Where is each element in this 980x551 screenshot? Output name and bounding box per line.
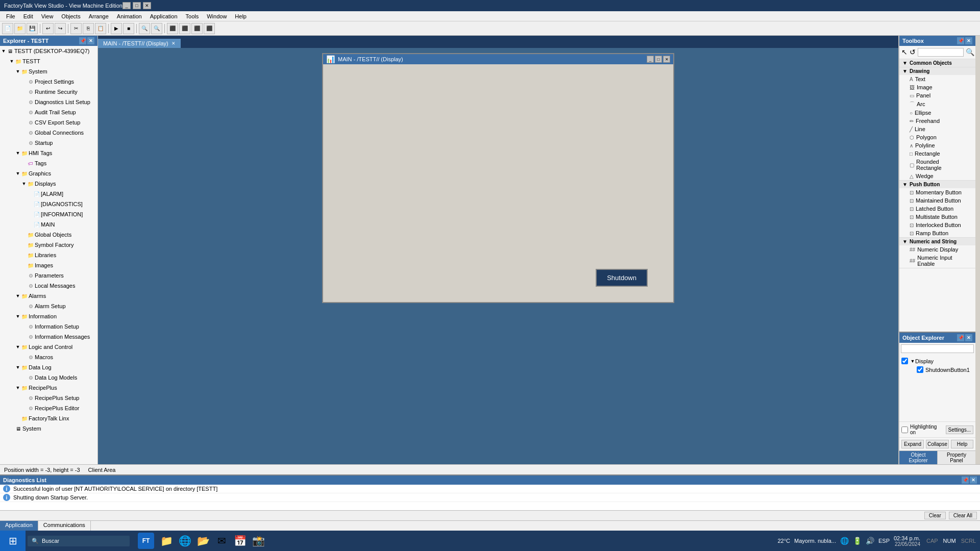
shutdown-button[interactable]: Shutdown xyxy=(596,269,648,287)
tb-open[interactable]: 📁 xyxy=(14,23,26,34)
expand-btn[interactable]: Expand xyxy=(901,440,924,448)
toolbox-item-numeric-input[interactable]: ## Numeric Input Enable xyxy=(899,254,975,268)
window-controls[interactable]: _ □ ✕ xyxy=(122,2,151,9)
diag-pin-btn[interactable]: 📌 xyxy=(962,477,969,484)
oe-tab-object-explorer[interactable]: Object Explorer xyxy=(899,451,938,464)
diag-close-btn[interactable]: ✕ xyxy=(970,477,977,484)
menu-view[interactable]: View xyxy=(37,12,58,20)
taskbar-app-photos[interactable]: 📸 xyxy=(250,533,266,549)
toolbox-item-numeric-display[interactable]: ## Numeric Display xyxy=(899,245,975,254)
menu-tools[interactable]: Tools xyxy=(182,12,203,20)
maximize-btn[interactable]: □ xyxy=(133,2,141,9)
tb-copy[interactable]: ⎘ xyxy=(83,23,94,34)
tree-system-bottom[interactable]: 🖥 System xyxy=(0,423,97,434)
tree-graphics[interactable]: ▼ 📁 Graphics xyxy=(0,168,97,179)
tree-ft-linx[interactable]: 📁 FactoryTalk Linx xyxy=(0,413,97,423)
expand-recipe[interactable]: ▼ xyxy=(15,385,20,390)
main-tab-close[interactable]: ✕ xyxy=(172,41,176,46)
tree-global-objects[interactable]: 📁 Global Objects xyxy=(0,230,97,240)
volume-icon[interactable]: 🔊 xyxy=(866,537,874,545)
expand-graphics[interactable]: ▼ xyxy=(15,171,20,176)
menu-edit[interactable]: Edit xyxy=(19,12,37,20)
toolbox-item-maintained-btn[interactable]: ⊡ Maintained Button xyxy=(899,196,975,205)
main-tab[interactable]: MAIN - /TESTT// (Display) ✕ xyxy=(98,39,181,48)
tree-alarm-setup[interactable]: ⚙ Alarm Setup xyxy=(0,301,97,311)
obj-exp-pin-btn[interactable]: 📌 xyxy=(957,334,964,341)
clear-all-btn[interactable]: Clear All xyxy=(949,512,977,519)
oe-display-checkbox[interactable] xyxy=(901,358,908,364)
highlight-checkbox[interactable] xyxy=(901,427,908,433)
toolbox-item-line[interactable]: ╱ Line xyxy=(899,125,975,133)
collapse-btn[interactable]: Collapse xyxy=(926,440,949,448)
menu-window[interactable]: Window xyxy=(203,12,231,20)
toolbox-drawing-header[interactable]: ▼ Drawing xyxy=(899,67,975,75)
toolbox-numeric-header[interactable]: ▼ Numeric and String xyxy=(899,238,975,245)
tree-data-log[interactable]: ▼ 📁 Data Log xyxy=(0,362,97,372)
toolbox-refresh-icon[interactable]: ↺ xyxy=(910,48,916,57)
clock-area[interactable]: 02:34 p.m. 22/05/2024 xyxy=(894,535,920,547)
toolbox-item-ellipse[interactable]: ○ Ellipse xyxy=(899,109,975,117)
menu-file[interactable]: File xyxy=(2,12,19,20)
expand-logic[interactable]: ▼ xyxy=(15,344,20,349)
toolbox-item-image[interactable]: 🖼 Image xyxy=(899,83,975,91)
minimize-btn[interactable]: _ xyxy=(122,2,131,9)
expand-root[interactable]: ▼ xyxy=(1,48,6,54)
tree-recipeplus[interactable]: ▼ 📁 RecipePlus xyxy=(0,383,97,393)
tree-alarm-display[interactable]: 📄 [ALARM] xyxy=(0,189,97,199)
toolbox-item-polygon[interactable]: ⬡ Polygon xyxy=(899,133,975,141)
tree-parameters[interactable]: ⚙ Parameters xyxy=(0,270,97,281)
toolbox-item-multistate-btn[interactable]: ⊡ Multistate Button xyxy=(899,213,975,221)
tree-runtime-security[interactable]: ⚙ Runtime Security xyxy=(0,87,97,97)
tree-hmi-tags[interactable]: ▼ 📁 HMI Tags xyxy=(0,148,97,158)
diag-tab-communications[interactable]: Communications xyxy=(38,521,91,531)
taskbar-app-files[interactable]: 📂 xyxy=(195,533,211,549)
tree-images[interactable]: 📁 Images xyxy=(0,260,97,270)
toolbox-item-latched-btn[interactable]: ⊡ Latched Button xyxy=(899,205,975,213)
tb-undo[interactable]: ↩ xyxy=(42,23,54,34)
taskbar-app-explorer[interactable]: 📁 xyxy=(158,533,175,549)
toolbox-arrow-icon[interactable]: ↖ xyxy=(901,48,908,57)
toolbox-search-icon[interactable]: 🔍 xyxy=(966,48,974,57)
tree-global-connections[interactable]: ⚙ Global Connections xyxy=(0,128,97,138)
tree-info-display[interactable]: 📄 [INFORMATION] xyxy=(0,209,97,219)
taskbar-app-edge[interactable]: 🌐 xyxy=(177,533,193,549)
expand-alarms[interactable]: ▼ xyxy=(15,293,20,298)
display-close-btn[interactable]: ✕ xyxy=(663,56,670,63)
tree-info-setup[interactable]: ⚙ Information Setup xyxy=(0,321,97,332)
tree-datalog-models[interactable]: ⚙ Data Log Models xyxy=(0,372,97,383)
settings-btn[interactable]: Settings... xyxy=(946,425,973,434)
tb-align-right[interactable]: ⬛ xyxy=(179,23,190,34)
tb-zoom-out[interactable]: 🔍 xyxy=(151,23,162,34)
tb-run[interactable]: ▶ xyxy=(111,23,122,34)
toolbox-close-btn[interactable]: ✕ xyxy=(965,37,972,44)
tb-cut[interactable]: ✂ xyxy=(70,23,82,34)
tree-project-settings[interactable]: ⚙ Project Settings xyxy=(0,77,97,87)
taskbar-search-box[interactable]: 🔍 Buscar xyxy=(28,536,130,546)
tree-recipeplus-editor[interactable]: ⚙ RecipePlus Editor xyxy=(0,403,97,413)
tb-stop[interactable]: ■ xyxy=(123,23,134,34)
toolbox-item-wedge[interactable]: △ Wedge xyxy=(899,172,975,180)
toolbox-item-arc[interactable]: ⌒ Arc xyxy=(899,99,975,109)
tb-redo[interactable]: ↪ xyxy=(55,23,66,34)
network-icon[interactable]: 🌐 xyxy=(840,537,849,545)
tree-macros[interactable]: ⚙ Macros xyxy=(0,352,97,362)
tb-align-top[interactable]: ⬛ xyxy=(191,23,203,34)
tree-information[interactable]: ▼ 📁 Information xyxy=(0,311,97,321)
toolbox-push-btn-header[interactable]: ▼ Push Button xyxy=(899,181,975,188)
oe-shutdown-checkbox[interactable] xyxy=(917,366,923,373)
tree-local-messages[interactable]: ⚙ Local Messages xyxy=(0,281,97,291)
menu-animation[interactable]: Animation xyxy=(113,12,146,20)
start-button[interactable]: ⊞ xyxy=(0,531,26,551)
tb-align-bottom[interactable]: ⬛ xyxy=(204,23,215,34)
display-minimize-btn[interactable]: _ xyxy=(647,56,654,63)
help-btn[interactable]: Help xyxy=(951,440,973,448)
tb-save[interactable]: 💾 xyxy=(27,23,38,34)
tree-alarms[interactable]: ▼ 📁 Alarms xyxy=(0,291,97,301)
clear-btn[interactable]: Clear xyxy=(924,512,946,519)
toolbox-item-polyline[interactable]: ∧ Polyline xyxy=(899,141,975,149)
close-btn[interactable]: ✕ xyxy=(143,2,151,9)
expand-testt[interactable]: ▼ xyxy=(9,59,14,64)
tree-tags[interactable]: 🏷 Tags xyxy=(0,158,97,168)
toolbox-item-freehand[interactable]: ✏ Freehand xyxy=(899,117,975,125)
menu-application[interactable]: Application xyxy=(146,12,182,20)
